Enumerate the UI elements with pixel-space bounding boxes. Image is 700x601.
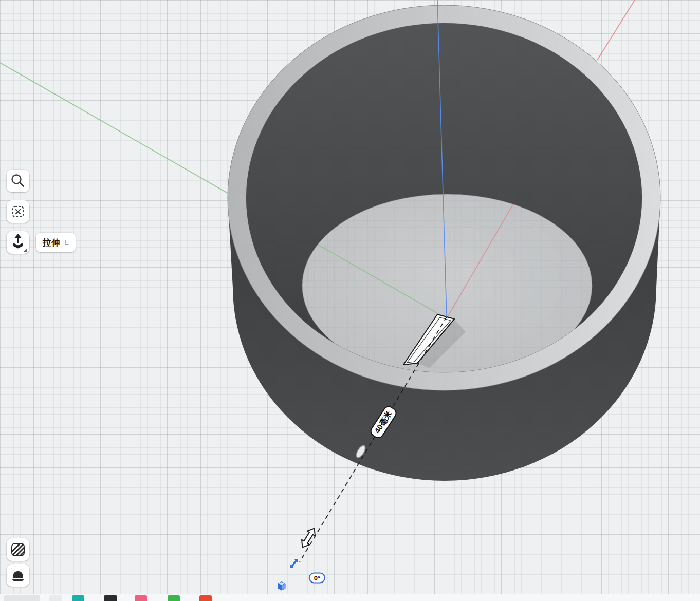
magnifier-icon [9, 172, 27, 190]
view-cube-icon[interactable] [278, 582, 285, 591]
taskbar-icon-teal-app[interactable] [72, 595, 84, 601]
x-axis-line [597, 0, 637, 60]
3d-canvas[interactable] [0, 0, 700, 601]
deselect-tool-button[interactable] [7, 200, 29, 223]
extrude-tool-button[interactable] [7, 231, 29, 254]
bottom-left-toolbar [7, 538, 29, 587]
angle-badge[interactable]: 0° [309, 573, 325, 584]
taskbar-icon-start-nub[interactable] [4, 595, 40, 601]
taskbar-icon-red-app[interactable] [199, 595, 212, 601]
extrude-label-text: 拉伸 [43, 237, 60, 249]
extrude-shortcut-text: E [65, 239, 69, 246]
flyout-corner-triangle [24, 248, 27, 252]
extrude-tool-label[interactable]: 拉伸 E [36, 233, 76, 252]
taskbar-icon-gray-app[interactable] [49, 595, 62, 601]
double-arrow-cursor [299, 526, 319, 550]
section-style-button[interactable] [7, 538, 29, 561]
taskbar-icon-pink-app[interactable] [135, 595, 147, 601]
cylinder-model[interactable] [221, 0, 660, 481]
striped-section-icon [11, 542, 25, 557]
left-toolbar: 拉伸 E [7, 170, 29, 254]
taskbar-icons [0, 594, 700, 601]
shaded-style-button[interactable] [7, 564, 29, 587]
3d-viewport[interactable]: 40毫米 0° [0, 0, 700, 601]
marquee-x-icon [9, 202, 27, 221]
y-axis-line [0, 63, 228, 193]
dome-style-icon [11, 568, 25, 583]
taskbar-icon-green-app[interactable] [168, 595, 180, 601]
taskbar-icon-dark-app[interactable] [104, 595, 117, 601]
zoom-tool-button[interactable] [7, 170, 29, 192]
taskbar[interactable] [0, 594, 700, 601]
blue-move-arrow-handle[interactable] [288, 557, 300, 571]
extrude-icon [7, 231, 29, 254]
